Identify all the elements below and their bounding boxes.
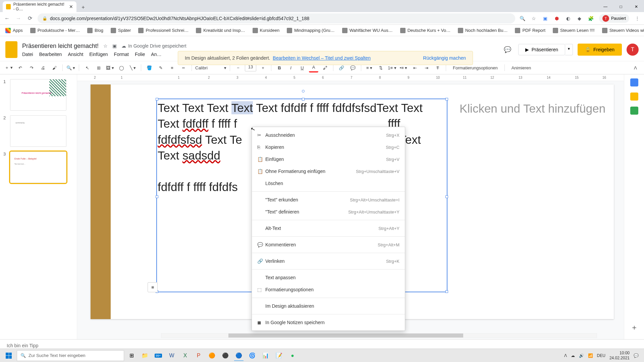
calendar-icon[interactable] — [630, 78, 638, 86]
menu-slide[interactable]: Folie — [135, 52, 145, 57]
ctx-paste[interactable]: 📋EinfügenStrg+V — [252, 153, 405, 165]
format-options-button[interactable]: Formatierungsoptionen — [449, 65, 501, 70]
user-avatar[interactable]: T — [627, 44, 639, 56]
clock[interactable]: 10:0024.02.2021 — [609, 351, 630, 360]
move-doc-icon[interactable]: ▣ — [112, 43, 117, 49]
ext2-icon[interactable]: ◆ — [576, 15, 583, 22]
bookmark-item[interactable]: Produktsuche - Mer… — [30, 28, 80, 33]
ctx-paste-plain[interactable]: 📋Ohne Formatierung einfügenStrg+Umschalt… — [252, 165, 405, 177]
select-tool[interactable]: ↖ — [83, 63, 92, 72]
ctx-copy[interactable]: ⎘KopierenStrg+C — [252, 141, 405, 153]
present-dropdown[interactable]: ▼ — [565, 44, 573, 55]
textbox-tool[interactable]: ⊞ — [94, 63, 103, 72]
chrome-menu-icon[interactable]: ⋮ — [634, 15, 641, 22]
bookmark-item[interactable]: Kursideen — [253, 28, 280, 33]
bookmark-item[interactable]: PDF Report — [515, 28, 545, 33]
start-button[interactable] — [2, 350, 15, 361]
bookmark-item[interactable]: Später — [111, 28, 131, 33]
menu-edit[interactable]: Bearbeiten — [39, 52, 62, 57]
translate-icon[interactable]: ▣ — [542, 15, 549, 22]
rotate-handle[interactable] — [302, 90, 305, 93]
reload-button[interactable]: ⟳ — [26, 15, 34, 22]
back-button[interactable]: ← — [3, 15, 11, 22]
bookmark-item[interactable]: Steuern Lesen !!!! — [553, 28, 595, 33]
fill-color-button[interactable]: 🪣 — [145, 63, 154, 72]
menu-view[interactable]: Ansicht — [68, 52, 83, 57]
ctx-cut[interactable]: ✂AusschneidenStrg+X — [252, 129, 405, 141]
print-button[interactable]: 🖨 — [38, 63, 48, 72]
menu-insert[interactable]: Einfügen — [89, 52, 108, 57]
bookmark-item[interactable]: Deutsche Kurs + Vo… — [400, 28, 450, 33]
undo-button[interactable]: ↶ — [15, 63, 25, 72]
browser-tab[interactable]: Präsentieren leicht gemacht! - G… ✕ — [3, 1, 76, 12]
extensions-icon[interactable]: 🧩 — [588, 15, 594, 22]
task-view-icon[interactable]: ⊞ — [125, 350, 138, 361]
bookmark-item[interactable]: Noch hochladen Bu… — [458, 28, 507, 33]
language-indicator[interactable]: DEU — [597, 353, 605, 358]
star-icon[interactable]: ☆ — [531, 15, 537, 22]
redo-button[interactable]: ↷ — [27, 63, 36, 72]
ctx-alt-text[interactable]: Alt-TextStrg+Alt+Y — [252, 222, 405, 234]
ctx-comment[interactable]: 💬KommentierenStrg+Alt+M — [252, 239, 405, 251]
ctx-update-theme[interactable]: Im Design aktualisieren — [252, 300, 405, 312]
slides-logo-icon[interactable] — [5, 41, 17, 58]
bookmark-item[interactable]: Kreativität und Insp… — [196, 28, 245, 33]
forward-button[interactable]: → — [15, 15, 22, 22]
window-close-button[interactable]: ✕ — [629, 1, 644, 12]
h-scrollbar[interactable] — [161, 333, 597, 338]
new-tab-button[interactable]: + — [78, 3, 88, 12]
paint-format-button[interactable]: 🖌 — [50, 63, 59, 72]
notepad-icon[interactable]: 📝 — [273, 350, 285, 361]
ctx-define[interactable]: "Text" definierenStrg+Alt+Umschalttaste+… — [252, 206, 405, 218]
comments-icon[interactable]: 💬 — [501, 44, 514, 56]
bookmark-apps[interactable]: Apps — [5, 28, 23, 33]
word-icon[interactable]: W — [166, 350, 178, 361]
border-weight-button[interactable]: ≡ — [167, 63, 177, 72]
share-button[interactable]: 🔒Freigeben — [578, 44, 622, 56]
menu-file[interactable]: Datei — [22, 52, 33, 57]
line-tool[interactable]: ╲ ▾ — [128, 63, 138, 72]
new-slide-button[interactable]: ＋ ▾ — [4, 63, 13, 72]
wifi-icon[interactable]: 📶 — [588, 353, 593, 358]
cloud-icon[interactable]: ☁ — [571, 353, 575, 358]
app2-icon[interactable]: 🟠 — [206, 350, 218, 361]
animate-button[interactable]: Animieren — [508, 65, 535, 70]
slide-thumbnail-1[interactable]: Präsentieren leicht gemacht! — [10, 79, 66, 111]
window-maximize-button[interactable]: □ — [613, 1, 629, 12]
add-addon-icon[interactable]: ＋ — [631, 322, 638, 333]
menu-format[interactable]: Format — [114, 52, 129, 57]
ctx-fit-text[interactable]: Text anpassen — [252, 272, 405, 284]
font-size-input[interactable]: 13 — [245, 64, 256, 71]
shape-tool[interactable]: ◯ — [117, 63, 126, 72]
menu-more[interactable]: An… — [151, 52, 161, 57]
url-field[interactable]: 🔒 docs.google.com/presentation/d/1yV372S… — [38, 13, 515, 23]
zoom-button[interactable]: 🔍 ▾ — [66, 63, 75, 72]
collapse-toolbar-button[interactable]: ᐱ — [631, 63, 640, 72]
spotify-icon[interactable]: ● — [286, 350, 299, 361]
chrome-icon[interactable]: 🔵 — [233, 350, 245, 361]
bookmark-item[interactable]: Professionell Schrei… — [138, 28, 189, 33]
window-minimize-button[interactable]: — — [598, 1, 613, 12]
present-button[interactable]: ▶Präsentieren — [518, 44, 565, 55]
app-icon[interactable]: 99+ — [152, 350, 164, 361]
bookmark-item[interactable]: Blog — [87, 28, 103, 33]
ext1-icon[interactable]: ◐ — [565, 15, 572, 22]
ctx-link[interactable]: 🔗VerlinkenStrg+K — [252, 255, 405, 267]
keep-icon[interactable] — [630, 93, 638, 101]
banner-link[interactable]: Bearbeiten in Wechsel – Titel und zwei S… — [273, 55, 371, 61]
ctx-save-keep[interactable]: ◼In Google Notizen speichern — [252, 316, 405, 328]
tray-expand-icon[interactable]: ᐱ — [564, 353, 567, 358]
volume-icon[interactable]: 🔊 — [579, 353, 584, 358]
doc-title[interactable]: Präsentieren leicht gemacht! — [22, 43, 99, 50]
star-doc-icon[interactable]: ☆ — [103, 43, 108, 49]
bookmark-item[interactable]: Steuern Videos wic… — [602, 28, 644, 33]
bookmark-item[interactable]: Mindmapping (Gru… — [287, 28, 335, 33]
notifications-icon[interactable]: 💬 — [634, 353, 639, 358]
tab-close-icon[interactable]: ✕ — [69, 4, 73, 9]
powerpoint-icon[interactable]: P — [193, 350, 205, 361]
bookmark-item[interactable]: Wahlfächer WU Aus… — [342, 28, 393, 33]
tasks-icon[interactable] — [630, 107, 638, 115]
ctx-delete[interactable]: Löschen — [252, 177, 405, 189]
edge-icon[interactable]: 🌀 — [246, 350, 258, 361]
ctx-explore[interactable]: "Text" erkundenStrg+Alt+Umschalttaste+I — [252, 194, 405, 206]
